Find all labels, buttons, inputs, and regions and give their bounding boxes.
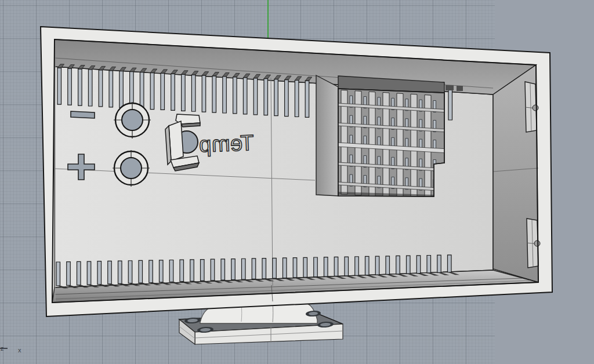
vent-slot [221, 259, 225, 280]
vent-slot [211, 259, 215, 281]
vent-slot [202, 75, 206, 112]
vent-slot [223, 77, 227, 113]
vent-slot [99, 70, 103, 107]
vent-slot [87, 261, 91, 285]
vent-slot [150, 73, 154, 110]
vent-slot [201, 260, 205, 281]
vent-slot [285, 80, 289, 117]
pocket-left-wall [316, 75, 338, 196]
vent-slot [109, 71, 113, 107]
temp-engraving: Temp [198, 130, 254, 156]
vent-slot [427, 255, 431, 272]
vent-slot [212, 76, 216, 112]
vent-slot [68, 68, 72, 105]
vent-slot [324, 257, 328, 276]
axis-indicator: z x [0, 344, 35, 358]
enclosure-model[interactable]: Temp [41, 27, 552, 316]
vent-slot [437, 255, 441, 272]
vent-slot [233, 77, 237, 114]
axis-label-x: x [18, 347, 21, 354]
vent-slot [171, 74, 175, 110]
vent-slot [305, 81, 309, 117]
minus-engraving [71, 111, 95, 118]
vent-slot [67, 262, 71, 286]
vent-slot [88, 70, 92, 106]
vent-slot [345, 257, 349, 276]
vent-slot [295, 80, 299, 117]
vent-slot [396, 256, 400, 274]
vent-slot [56, 262, 60, 286]
vent-slot [180, 260, 184, 281]
vent-slot [365, 256, 370, 275]
vent-slot [407, 256, 411, 274]
vent-slot [77, 261, 81, 285]
vent-slot [169, 260, 173, 282]
vent-slot [252, 259, 256, 279]
model-canvas[interactable]: Temp [0, 0, 594, 364]
vent-slot [355, 257, 359, 276]
axis-z-line [0, 348, 8, 349]
vent-slot [97, 261, 102, 285]
vent-slot [264, 79, 268, 115]
vent-slot [283, 258, 287, 278]
vent-slot [108, 261, 112, 284]
vent-slot [386, 256, 390, 275]
vent-slot [119, 71, 124, 108]
vent-slot [161, 73, 165, 110]
vent-slot [190, 260, 194, 281]
vent-slot [231, 259, 236, 280]
vent-slot [57, 68, 61, 104]
vent-slot [303, 257, 307, 277]
vent-slot [118, 261, 122, 283]
vent-slot [253, 78, 258, 115]
vent-slot [448, 255, 452, 272]
vent-slot [191, 75, 195, 111]
vent-slot [139, 260, 143, 283]
vent-slot [140, 72, 144, 109]
vent-slot [182, 74, 186, 111]
vent-slot [160, 260, 164, 282]
vent-slot [149, 260, 153, 282]
vent-slot [243, 78, 247, 114]
vent-slot [273, 258, 277, 278]
vent-slot [448, 88, 452, 120]
vent-slot [293, 258, 297, 278]
fan-grille-pocket [316, 75, 444, 199]
vent-slot [334, 257, 338, 276]
vent-slot [416, 256, 421, 274]
vent-slot [242, 259, 246, 279]
cad-viewport[interactable]: Temp [0, 0, 594, 364]
vent-slot [375, 256, 379, 275]
vent-slot [128, 261, 132, 283]
vent-slot [274, 79, 278, 116]
vent-slot [78, 69, 82, 105]
vent-slot [262, 259, 266, 279]
vent-slot [314, 257, 318, 277]
